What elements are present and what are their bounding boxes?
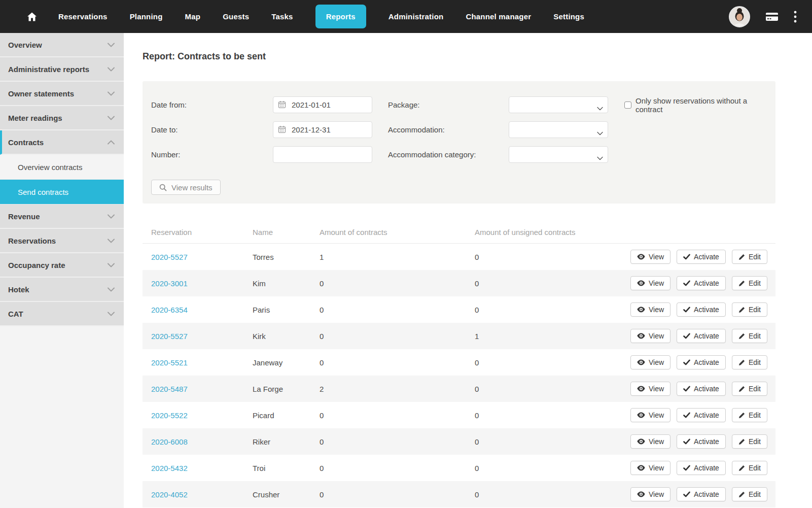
sidebar-item-reservations[interactable]: Reservations	[0, 229, 124, 253]
sidebar-item-administrative-reports[interactable]: Administrative reports	[0, 57, 124, 82]
activate-button[interactable]: Activate	[677, 329, 726, 343]
accommodation-select[interactable]	[509, 121, 608, 138]
nav-item-map[interactable]: Map	[185, 12, 201, 21]
sidebar-item-label: Contracts	[8, 138, 44, 147]
guest-name: Kim	[253, 279, 320, 288]
view-button[interactable]: View	[630, 487, 670, 501]
date-from-input[interactable]	[273, 96, 372, 113]
nav-item-planning[interactable]: Planning	[130, 12, 163, 21]
view-button[interactable]: View	[630, 408, 670, 422]
view-button[interactable]: View	[630, 302, 670, 317]
view-button[interactable]: View	[630, 382, 670, 396]
activate-button[interactable]: Activate	[677, 355, 726, 369]
activate-button[interactable]: Activate	[677, 461, 726, 475]
activate-button[interactable]: Activate	[677, 382, 726, 396]
accommodation-category-select[interactable]	[509, 146, 608, 163]
guest-name: Paris	[253, 306, 320, 314]
sidebar-item-cat[interactable]: CAT	[0, 302, 124, 326]
checkbox-box[interactable]	[624, 101, 631, 109]
number-label: Number:	[151, 150, 273, 159]
check-icon	[683, 254, 690, 260]
guest-name: Torres	[253, 253, 320, 261]
chevron-down-icon	[597, 104, 603, 113]
view-button[interactable]: View	[630, 250, 670, 264]
edit-button[interactable]: Edit	[732, 487, 767, 501]
reservation-link[interactable]: 2020-5527	[151, 332, 188, 341]
nav-item-reports[interactable]: Reports	[315, 5, 366, 28]
credit-card-icon[interactable]	[765, 12, 779, 22]
sidebar-item-overview[interactable]: Overview	[0, 33, 124, 57]
sidebar-item-occupancy-rate[interactable]: Occupancy rate	[0, 253, 124, 278]
view-button[interactable]: View	[630, 355, 670, 369]
sidebar-item-hotek[interactable]: Hotek	[0, 278, 124, 302]
view-button[interactable]: View	[630, 461, 670, 475]
reservation-link[interactable]: 2020-5487	[151, 385, 188, 393]
nav-item-administration[interactable]: Administration	[389, 12, 444, 21]
activate-button[interactable]: Activate	[677, 250, 726, 264]
check-icon	[683, 386, 690, 392]
table-row: 2020-3001 Kim 0 0 View Activate	[143, 270, 775, 296]
activate-button[interactable]: Activate	[677, 302, 726, 317]
home-icon[interactable]	[27, 12, 37, 22]
number-input[interactable]	[273, 146, 372, 163]
view-results-button[interactable]: View results	[151, 180, 221, 195]
view-button[interactable]: View	[630, 434, 670, 449]
nav-item-guests[interactable]: Guests	[223, 12, 249, 21]
eye-icon	[637, 465, 645, 471]
reservation-link[interactable]: 2020-3001	[151, 279, 188, 288]
edit-button[interactable]: Edit	[732, 382, 767, 396]
check-icon	[683, 333, 690, 339]
amount-of-unsigned-contracts: 0	[475, 437, 629, 446]
activate-button[interactable]: Activate	[677, 408, 726, 422]
edit-button[interactable]: Edit	[732, 276, 767, 290]
sidebar-item-label: Hotek	[8, 285, 29, 294]
check-icon	[683, 465, 690, 471]
nav-item-reservations[interactable]: Reservations	[58, 12, 108, 21]
sidebar-item-revenue[interactable]: Revenue	[0, 205, 124, 229]
edit-button[interactable]: Edit	[732, 355, 767, 369]
guest-name: La Forge	[253, 385, 320, 393]
reservation-link[interactable]: 2020-5521	[151, 358, 188, 367]
edit-button[interactable]: Edit	[732, 408, 767, 422]
top-navbar: ReservationsPlanningMapGuestsTasksReport…	[0, 0, 812, 33]
sidebar-item-meter-readings[interactable]: Meter readings	[0, 106, 124, 130]
reservation-link[interactable]: 2020-4052	[151, 490, 188, 499]
package-select[interactable]	[509, 96, 608, 113]
view-button[interactable]: View	[630, 329, 670, 343]
sidebar-item-send-contracts[interactable]: Send contracts	[0, 180, 124, 205]
amount-of-unsigned-contracts: 0	[475, 385, 629, 393]
sidebar-item-label: Send contracts	[18, 188, 68, 196]
activate-button[interactable]: Activate	[677, 434, 726, 449]
accommodation-category-label: Accommodation category:	[388, 150, 509, 159]
nav-item-tasks[interactable]: Tasks	[271, 12, 293, 21]
reservation-link[interactable]: 2020-5432	[151, 464, 188, 472]
sidebar-item-overview-contracts[interactable]: Overview contracts	[0, 155, 124, 180]
sidebar-item-label: Administrative reports	[8, 65, 89, 74]
edit-button[interactable]: Edit	[732, 302, 767, 317]
nav-item-settings[interactable]: Settings	[553, 12, 584, 21]
edit-button[interactable]: Edit	[732, 250, 767, 264]
only-without-contract-checkbox[interactable]: Only show reservations without a contrac…	[624, 96, 775, 114]
reservation-link[interactable]: 2020-5527	[151, 253, 188, 261]
sidebar-item-label: CAT	[8, 310, 23, 318]
activate-button[interactable]: Activate	[677, 276, 726, 290]
edit-button[interactable]: Edit	[732, 329, 767, 343]
sidebar-item-contracts[interactable]: Contracts	[0, 130, 124, 155]
guest-name: Picard	[253, 411, 320, 420]
reservation-link[interactable]: 2020-5522	[151, 411, 188, 420]
pencil-icon	[738, 307, 745, 313]
user-avatar[interactable]	[729, 6, 750, 27]
search-icon	[159, 184, 167, 191]
reservation-link[interactable]: 2020-6354	[151, 306, 188, 314]
edit-button[interactable]: Edit	[732, 461, 767, 475]
reservation-link[interactable]: 2020-6008	[151, 437, 188, 446]
kebab-menu-icon[interactable]	[794, 11, 797, 23]
pencil-icon	[738, 386, 745, 392]
activate-button[interactable]: Activate	[677, 487, 726, 501]
sidebar-item-label: Reservations	[8, 236, 56, 245]
nav-item-channel-manager[interactable]: Channel manager	[466, 12, 531, 21]
view-button[interactable]: View	[630, 276, 670, 290]
date-to-input[interactable]	[273, 121, 372, 138]
edit-button[interactable]: Edit	[732, 434, 767, 449]
sidebar-item-owner-statements[interactable]: Owner statements	[0, 82, 124, 106]
